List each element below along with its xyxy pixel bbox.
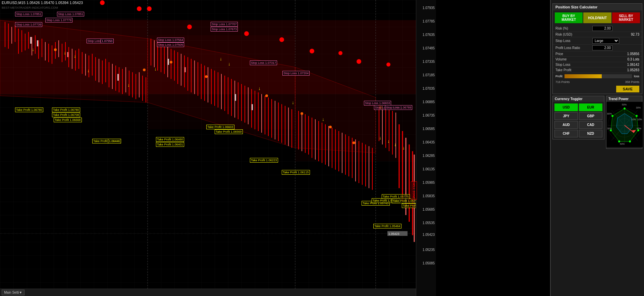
chart-area: EURUSD,M15 1.05426 1.05470 1.05394 1.054… bbox=[0, 0, 416, 296]
sl-label-12: Stop Loss 1.07204 bbox=[282, 71, 310, 76]
sl-value-label: Stop Loss bbox=[555, 63, 592, 67]
trend-power-panel: Trend Power bbox=[606, 96, 642, 149]
ct-gbp-button[interactable]: GBP bbox=[579, 112, 602, 120]
trend-power-chart: 50% 30% 80% 10% 10% 30% 80% 50% bbox=[606, 102, 643, 147]
price-1.05835: 1.05835 bbox=[423, 194, 435, 198]
svg-text:10%: 10% bbox=[631, 118, 636, 121]
price-1.05085: 1.05085 bbox=[423, 261, 435, 265]
svg-point-146 bbox=[386, 62, 390, 67]
psc-buttons: BUY BY MARKET HOLD/WAIT SELL BY MARKET bbox=[553, 10, 642, 25]
price-1.05423: 1.05423 bbox=[423, 233, 435, 237]
tp-label-17: Take Profit 1.05752 bbox=[402, 203, 416, 208]
sl-label-1: Stop Loss 1.07851 bbox=[15, 12, 42, 16]
volume-value: 0.3 Lots bbox=[592, 57, 639, 61]
ct-usd-button[interactable]: USD bbox=[554, 103, 578, 111]
risk-pct-input[interactable] bbox=[592, 26, 612, 31]
svg-point-140 bbox=[187, 25, 192, 29]
pnl-bar bbox=[565, 74, 632, 78]
psc-save-button[interactable]: SAVE bbox=[616, 86, 639, 92]
svg-text:10%: 10% bbox=[637, 118, 642, 121]
svg-point-143 bbox=[310, 49, 314, 53]
ct-grid: USD EUR JPY GBP AUD CAD CHF NZD bbox=[553, 102, 604, 139]
tp-label-11: Take Profit 1.06223 bbox=[250, 158, 278, 163]
stop-loss-dropdown[interactable]: Large Small Medium bbox=[592, 38, 619, 44]
price-1.06285: 1.06285 bbox=[423, 154, 435, 158]
pnl-value: loss bbox=[634, 75, 639, 78]
profit-ratio-input[interactable] bbox=[592, 45, 612, 50]
svg-point-139 bbox=[147, 6, 152, 11]
sl-label-8: Stop Loss 1.07505 bbox=[157, 42, 184, 47]
svg-point-190 bbox=[624, 108, 626, 110]
svg-text:30%: 30% bbox=[607, 127, 612, 130]
svg-point-194 bbox=[618, 140, 620, 142]
tp-label-2: Take Profit 1.06780 bbox=[52, 108, 80, 112]
price-1.07785: 1.07785 bbox=[423, 19, 435, 23]
svg-text:↓: ↓ bbox=[394, 142, 396, 147]
price-1.05535: 1.05535 bbox=[423, 221, 435, 225]
tp-label-12: Take Profit 1.06115 bbox=[282, 170, 310, 175]
sl-label-4: Stop Loss 1.07739 bbox=[15, 22, 42, 27]
sl-label-11: Stop Loss 1.07317 bbox=[250, 60, 277, 65]
svg-text:80%: 80% bbox=[607, 113, 612, 115]
svg-text:↓: ↓ bbox=[387, 138, 390, 144]
risk-usd-label: Risk (USD) bbox=[555, 33, 592, 36]
pnl-bar-loss bbox=[565, 74, 602, 78]
price-1.07035: 1.07035 bbox=[423, 87, 435, 90]
price-1.05985: 1.05985 bbox=[423, 181, 435, 184]
svg-point-142 bbox=[279, 37, 284, 42]
points-row: 716 Points 358 Points bbox=[553, 80, 642, 84]
price-value: 1.05856 bbox=[592, 52, 639, 56]
svg-text:30%: 30% bbox=[636, 107, 641, 109]
volume-label: Volume bbox=[555, 57, 592, 61]
hold-wait-button[interactable]: HOLD/WAIT bbox=[583, 12, 611, 23]
tp-label-1: Take Profit 1.06780 bbox=[15, 108, 43, 112]
currency-toggler-panel: Currency Toggler USD EUR JPY GBP AUD CAD… bbox=[552, 96, 604, 139]
risk-pct-label: Risk (%) bbox=[555, 27, 592, 30]
tp-value-row: Take Profit 1.05283 bbox=[553, 68, 642, 73]
risk-usd-row: Risk (USD) 92.73 bbox=[553, 32, 642, 37]
ct-nzd-button[interactable]: NZD bbox=[579, 130, 602, 137]
psc-panel: Position Size Calculator BUY BY MARKET H… bbox=[552, 3, 642, 94]
sell-market-button[interactable]: SELL BY MARKET bbox=[612, 12, 640, 23]
save-row: SAVE bbox=[553, 84, 642, 94]
tp-value-label: Take Profit bbox=[555, 68, 592, 72]
right-panel: Position Size Calculator BUY BY MARKET H… bbox=[550, 0, 644, 296]
price-scale: 1.07935 1.07785 1.07635 1.07485 1.07335 … bbox=[416, 0, 436, 296]
tp-label-4: Take Profit 1.06668 bbox=[54, 118, 82, 122]
main-settings-button[interactable]: Main Setti▼ bbox=[2, 290, 24, 295]
sl-label-6: 1.07550 bbox=[101, 39, 114, 43]
tp-value: 1.05283 bbox=[592, 68, 639, 72]
svg-text:50%: 50% bbox=[620, 143, 625, 145]
price-row: Price 1.05856 bbox=[553, 51, 642, 57]
price-label: Price bbox=[555, 52, 592, 56]
ct-jpy-button[interactable]: JPY bbox=[554, 112, 578, 120]
pnl-row: Profit loss bbox=[553, 73, 642, 80]
svg-point-141 bbox=[244, 31, 249, 36]
sl-label-7: Stop Loss 1.07564 bbox=[157, 38, 184, 42]
price-1.06435: 1.06435 bbox=[423, 140, 435, 144]
chart-title: EURUSD,M15 1.05426 1.05470 1.05394 1.054… bbox=[2, 1, 83, 5]
svg-point-137 bbox=[100, 0, 105, 5]
sl-label-9: Stop Loss 1.07707 bbox=[211, 22, 238, 27]
svg-point-196 bbox=[611, 115, 613, 117]
sl-label-10: Stop Loss 1.07673 bbox=[211, 27, 238, 32]
buy-market-button[interactable]: BUY BY MARKET bbox=[555, 12, 583, 23]
tp-label-3: Take Profit 1.06708 bbox=[52, 113, 80, 117]
tp-label-15: Take Profit 1.05775 bbox=[382, 194, 410, 199]
pnl-label: Profit bbox=[555, 75, 562, 78]
tp-label-18: Take Profit 1.05464 bbox=[373, 224, 401, 228]
ct-eur-button[interactable]: EUR bbox=[579, 103, 602, 111]
tp-label-9: Take Profit 1.06603 bbox=[206, 125, 234, 129]
stop-loss-type-row: Stop Loss Large Small Medium bbox=[553, 37, 642, 45]
sl-value: 1.06142 bbox=[592, 63, 639, 67]
chart-canvas: ↓ ↓ ↓ ↓ ↓ ↓ ↓ ↓ ↓ ↓ ↓ ↓ ↓ ↓ ↓ ↓ 1.05423 bbox=[0, 0, 416, 296]
sell-zone-label: SELL ZONE bbox=[411, 181, 417, 200]
svg-point-191 bbox=[636, 115, 638, 117]
profit-ratio-label: Profit Loss Ratio bbox=[555, 46, 592, 50]
ct-cad-button[interactable]: CAD bbox=[579, 121, 602, 129]
price-1.05685: 1.05685 bbox=[423, 208, 435, 211]
svg-point-138 bbox=[137, 6, 142, 11]
bottom-bar: Main Setti▼ bbox=[0, 289, 416, 296]
ct-aud-button[interactable]: AUD bbox=[554, 121, 578, 129]
ct-chf-button[interactable]: CHF bbox=[554, 130, 578, 137]
